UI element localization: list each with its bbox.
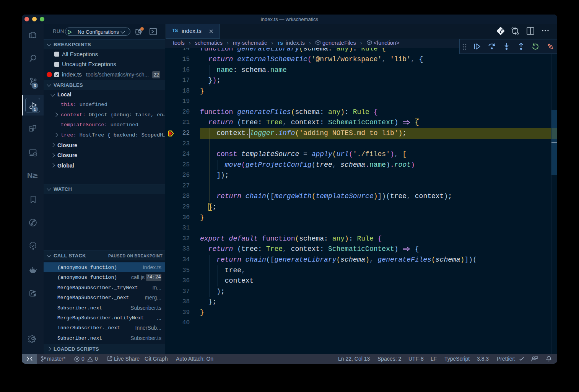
svg-text:3: 3	[34, 83, 36, 88]
svg-text:1: 1	[34, 107, 36, 111]
